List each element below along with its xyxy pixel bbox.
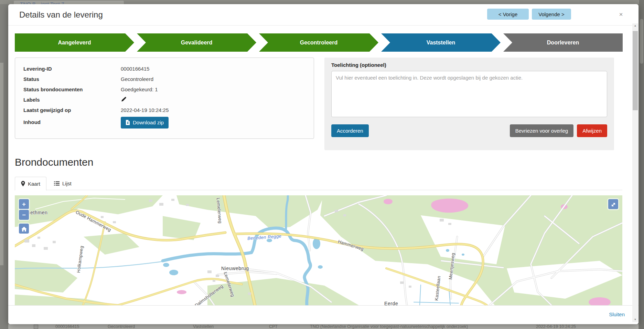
tab-kaart[interactable]: Kaart: [15, 177, 46, 191]
detail-value: 0000166415: [121, 66, 149, 72]
bevriezen-button[interactable]: Bevriezen voor overleg: [510, 124, 573, 137]
screen: { "backdrop": { "top_text_fragment": "TN…: [0, 0, 644, 329]
toelichting-label: Toelichting (optioneel): [331, 62, 607, 68]
download-file-icon: [126, 120, 130, 125]
dimmed-cell-type: CPT: [269, 324, 278, 329]
dimmed-header-text: TNO B…ject Test Z…: [20, 1, 69, 4]
edit-labels-button[interactable]: [121, 96, 127, 103]
modal-scrollbar[interactable]: ▲ ▼: [632, 23, 638, 322]
step-aangeleverd: Aangeleverd: [15, 33, 134, 52]
toelichting-actions: Accorderen Bevriezen voor overleg Afwijz…: [331, 124, 607, 137]
home-icon: [21, 227, 27, 232]
dimmed-page-left-edge: [0, 63, 3, 265]
map-pin-icon: [21, 181, 25, 186]
detail-value: Goedgekeurd: 1: [121, 86, 158, 92]
scrollbar-up-icon[interactable]: ▲: [632, 23, 638, 28]
pencil-icon: [121, 98, 127, 103]
toelichting-panel: Toelichting (optioneel) Accorderen Bevri…: [324, 58, 614, 150]
modal-footer: Sluiten: [8, 305, 638, 324]
modal-header: Details van de levering < Vorige Volgend…: [8, 4, 638, 25]
detail-row-inhoud: Inhoud Download zip: [23, 115, 305, 129]
detail-row-status: Status Gecontroleerd: [23, 74, 305, 84]
list-icon: [54, 181, 60, 186]
dimmed-cell-date: 2022-04-19 10:24:25: [536, 324, 576, 329]
dimmed-cell-organisation: TNO (Nederlandse Organisatie voor toegep…: [310, 324, 468, 329]
map-zoom-in-button[interactable]: +: [19, 199, 29, 209]
dimmed-cell-id: 0000166415: [55, 324, 79, 329]
detail-value: 2022-04-19 10:24:25: [121, 107, 169, 113]
detail-label: Status: [23, 76, 121, 82]
download-zip-button[interactable]: Download zip: [121, 117, 169, 128]
accorderen-button[interactable]: Accorderen: [331, 124, 369, 137]
tab-lijst[interactable]: Lijst: [48, 177, 77, 190]
modal-scrollbar-thumb[interactable]: [633, 31, 638, 110]
map-label-nieuwebrug: Nieuwebrug: [221, 266, 249, 271]
expand-icon: [611, 202, 616, 207]
close-icon[interactable]: ×: [616, 10, 625, 19]
step-gevalideerd: Gevalideerd: [137, 33, 256, 52]
detail-label: Labels: [23, 97, 121, 103]
detail-label: Laatst gewijzigd op: [23, 107, 121, 113]
map-tiles: [15, 195, 622, 305]
next-button[interactable]: Volgende >: [532, 9, 571, 20]
map-canvas[interactable]: Giethmen Oude Hammerweg Holkampweg Lemel…: [15, 195, 622, 305]
scrollbar-down-icon[interactable]: ▼: [632, 317, 638, 322]
tab-lijst-label: Lijst: [62, 181, 72, 186]
browser-scrollbar: [639, 0, 644, 329]
tab-kaart-label: Kaart: [28, 181, 40, 187]
detail-row-laatst-gewijzigd: Laatst gewijzigd op 2022-04-19 10:24:25: [23, 105, 305, 115]
map-fullscreen-button[interactable]: [608, 199, 618, 209]
detail-row-levering-id: Levering-ID 0000166415: [23, 63, 305, 74]
sluiten-link[interactable]: Sluiten: [609, 311, 625, 317]
browser-scrollbar-thumb: [640, 19, 643, 64]
step-vaststellen: Vaststellen: [381, 33, 501, 52]
brondocumenten-heading: Brondocumenten: [15, 156, 94, 168]
step-doorleveren: Doorleveren: [503, 33, 623, 52]
dimmed-cell-status: Gecontroleerd: [108, 324, 135, 329]
previous-button[interactable]: < Vorige: [487, 9, 529, 20]
dimmed-header-box: TNO B…ject Test Z…: [14, 1, 124, 4]
detail-label: Levering-ID: [23, 66, 121, 72]
workflow-steps: Aangeleverd Gevalideerd Gecontroleerd Va…: [15, 33, 623, 52]
delivery-details-panel: Levering-ID 0000166415 Status Gecontrole…: [15, 58, 314, 139]
detail-value: Gecontroleerd: [121, 76, 153, 82]
map-home-button[interactable]: [19, 224, 29, 234]
dimmed-cell-step: Vaststellen: [193, 324, 214, 329]
map-label-eerde: Eerde: [384, 301, 398, 305]
step-gecontroleerd: Gecontroleerd: [259, 33, 378, 52]
dimmed-row-checkbox: [34, 325, 38, 329]
detail-label: Inhoud: [23, 119, 121, 125]
download-zip-label: Download zip: [133, 120, 164, 125]
detail-row-status-brondocumenten: Status brondocumenten Goedgekeurd: 1: [23, 84, 305, 94]
detail-label: Status brondocumenten: [23, 86, 121, 92]
dimmed-table-row: 0000166415 Gecontroleerd Vaststellen CPT…: [8, 324, 638, 329]
afwijzen-button[interactable]: Afwijzen: [577, 124, 607, 137]
modal-title: Details van de levering: [19, 10, 103, 20]
dimmed-page-header: TNO B…ject Test Z…: [0, 0, 644, 4]
brondocumenten-tabs: Kaart Lijst: [15, 177, 622, 190]
map-zoom-out-button[interactable]: −: [19, 210, 29, 220]
toelichting-textarea[interactable]: [331, 71, 607, 117]
delivery-details-modal: Details van de levering < Vorige Volgend…: [8, 4, 638, 324]
detail-row-labels: Labels: [23, 94, 305, 105]
